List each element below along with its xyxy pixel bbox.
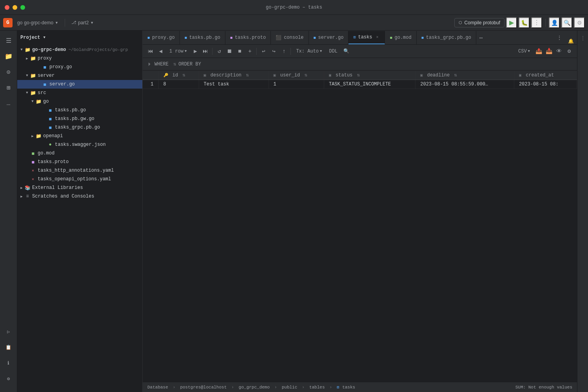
db-nav-next[interactable]: ▶ (191, 47, 200, 56)
tree-item-tasks-openapi-yaml[interactable]: ✕ tasks_openapi_options.yaml (17, 175, 142, 183)
tree-item-server[interactable]: ▼ 📁 server (17, 71, 142, 80)
tree-item-proxy-go[interactable]: ◼ proxy.go (17, 63, 142, 71)
search-button[interactable]: 🔍 (561, 17, 572, 28)
tab-tasks-proto[interactable]: ◼ tasks.proto (225, 31, 271, 44)
tab-options-button[interactable]: ⋮ (554, 31, 565, 44)
tree-label-scratches: Scratches and Consoles (32, 194, 94, 199)
minimize-button[interactable] (13, 5, 17, 10)
hamburger-menu-icon[interactable]: ☰ (2, 34, 16, 48)
arrow-tasks-pb-go (42, 107, 47, 113)
tab-tasks[interactable]: ⊞ tasks × (348, 31, 385, 44)
breadcrumb-db[interactable]: go_grpc_demo (239, 385, 270, 390)
col-header-deadline[interactable]: ▣ deadline ⇅ (416, 71, 514, 80)
tab-close-tasks[interactable]: × (374, 34, 380, 40)
tree-item-swagger[interactable]: ● tasks.swagger.json (17, 140, 142, 149)
activity-bar: ☰ 📁 ⊙ ⊞ … ▷ 📋 ℹ ⚙ (0, 31, 17, 392)
db-add-row[interactable]: + (245, 47, 254, 56)
tree-item-go[interactable]: ▼ 📁 go (17, 97, 142, 106)
structure-icon[interactable]: ⊞ (2, 81, 16, 95)
tree-item-root[interactable]: ▼ 📁 go-grpc-demo ~/GolandProjects/go-grp (17, 45, 142, 54)
db-redo[interactable]: ↪ (269, 47, 278, 56)
db-settings2[interactable]: ⚙ (564, 47, 574, 56)
col-header-status[interactable]: ▣ status ⇅ (324, 71, 415, 80)
cell-userid-1[interactable]: 1 (269, 80, 324, 89)
branch-dropdown[interactable]: ⎇ part2 ▼ (68, 19, 97, 27)
tree-item-src[interactable]: ▼ 📁 src (17, 89, 142, 97)
db-nav-first[interactable]: ⏮ (146, 47, 155, 56)
cell-id-1[interactable]: 8 (158, 80, 199, 89)
tree-item-tasks-pb-go[interactable]: ◼ tasks.pb.go (17, 106, 142, 114)
rows-label[interactable]: 1 row ▼ (166, 48, 190, 55)
db-stop[interactable]: ⏹ (225, 47, 234, 56)
compile-label: Compile protobuf (465, 20, 500, 25)
col-header-created-at[interactable]: ▣ created_at (514, 71, 577, 80)
tab-console[interactable]: ⬛ console (271, 31, 309, 44)
tree-item-external-libs[interactable]: ▶ 📚 External Libraries (17, 183, 142, 192)
tab-proxy-go[interactable]: ◼ proxy.go (143, 31, 180, 44)
tab-tasks-grpc-pb-go[interactable]: ◼ tasks_grpc.pb.go (417, 31, 476, 44)
right-icon-1[interactable]: ⋮ (579, 34, 587, 42)
db-stop2[interactable]: ■ (235, 47, 244, 56)
cell-createdat-1[interactable]: 2023-08-15 08: (514, 80, 577, 89)
tree-item-tasks-pb-gw-go[interactable]: ◼ tasks.pb.gw.go (17, 114, 142, 123)
cell-status-1[interactable]: TASK_STATUS_INCOMPLETE (324, 80, 415, 89)
file-icon-tasks-pb-go: ◼ (47, 107, 53, 113)
tree-item-proxy[interactable]: ▶ 📁 proxy (17, 54, 142, 63)
settings-button[interactable]: ⚙ (574, 17, 585, 28)
run-button[interactable]: ▶ (506, 17, 517, 28)
tree-item-scratches[interactable]: ▶ ≡ Scratches and Consoles (17, 192, 142, 201)
db-sep-3 (290, 48, 291, 55)
db-nav-last[interactable]: ⏭ (201, 47, 210, 56)
col-header-user-id[interactable]: ▣ user_id ⇅ (269, 71, 324, 80)
col-header-description[interactable]: ▣ description ⇅ (199, 71, 269, 80)
tree-item-openapi[interactable]: ▶ 📁 openapi (17, 132, 142, 140)
close-button[interactable] (5, 5, 9, 10)
cell-deadline-1[interactable]: 2023-08-15 08:55:59.000… (416, 80, 514, 89)
notification-icon[interactable]: 🔔 (565, 38, 577, 44)
db-view[interactable]: 👁 (554, 47, 564, 56)
ddl-label[interactable]: DDL (326, 48, 341, 55)
project-dropdown[interactable]: go go-grpc-demo ▼ (14, 19, 62, 27)
breadcrumb-tasks[interactable]: tasks (342, 385, 355, 390)
db-nav-prev[interactable]: ◀ (156, 47, 165, 56)
breadcrumb-tables[interactable]: tables (309, 385, 325, 390)
sum-label: SUM: Not enough values (515, 385, 572, 390)
debug-button[interactable]: 🐛 (519, 17, 530, 28)
breadcrumb-host[interactable]: postgres@localhost (180, 385, 227, 390)
compile-button[interactable]: ⬡ Compile protobuf (454, 18, 505, 27)
tree-item-tasks-proto[interactable]: ◼ tasks.proto (17, 158, 142, 166)
tree-item-server-go[interactable]: ◼ server.go (17, 80, 142, 89)
settings-side-icon[interactable]: ⚙ (2, 372, 16, 386)
db-submit[interactable]: ↑ (279, 47, 289, 56)
breadcrumb-schema[interactable]: public (282, 385, 298, 390)
tab-go-mod[interactable]: ◼ go.mod (385, 31, 416, 44)
tab-more-button[interactable]: ⋯ (476, 31, 486, 44)
db-search[interactable]: 🔍 (341, 47, 351, 56)
breadcrumb-database[interactable]: Database (147, 385, 168, 390)
tab-tasks-pb-go[interactable]: ◼ tasks.pb.go (180, 31, 225, 44)
col-header-id[interactable]: 🔑 id ⇅ (158, 71, 199, 80)
tree-item-tasks-grpc-pb-go[interactable]: ◼ tasks_grpc.pb.go (17, 123, 142, 132)
tx-label[interactable]: Tx: Auto ▼ (293, 48, 325, 55)
maximize-button[interactable] (20, 5, 25, 10)
cell-description-1[interactable]: Test task (199, 80, 269, 89)
csv-label[interactable]: CSV ▼ (515, 48, 533, 55)
toolbar-more-button[interactable]: ⋮ (531, 17, 542, 28)
files-icon[interactable]: 📁 (2, 49, 16, 64)
filter-icon: ⏵ (147, 61, 152, 67)
arrow-tasks-openapi-yaml (24, 176, 30, 182)
run-configs-icon[interactable]: ▷ (2, 325, 16, 339)
tree-item-go-mod[interactable]: ◼ go.mod (17, 149, 142, 158)
db-import[interactable]: 📥 (544, 47, 554, 56)
db-revert[interactable]: ↩ (259, 47, 268, 56)
tx-text: Tx: Auto (296, 49, 319, 54)
tab-server-go[interactable]: ◼ server.go (309, 31, 349, 44)
terminal-icon[interactable]: 📋 (2, 340, 16, 354)
db-export[interactable]: 📤 (534, 47, 543, 56)
problems-icon[interactable]: ℹ (2, 356, 16, 370)
tree-item-tasks-http-yaml[interactable]: ✕ tasks_http_annotations.yaml (17, 166, 142, 175)
account-button[interactable]: 👤 (549, 17, 560, 28)
db-refresh[interactable]: ↺ (214, 47, 224, 56)
more-tools-icon[interactable]: … (2, 96, 16, 111)
vcs-icon[interactable]: ⊙ (2, 65, 16, 79)
